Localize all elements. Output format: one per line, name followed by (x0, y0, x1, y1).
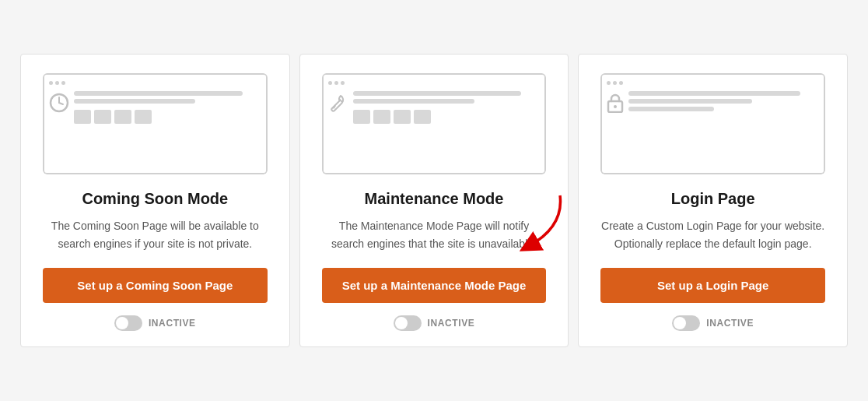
maintenance-footer: INACTIVE (394, 315, 475, 331)
browser-dot (328, 81, 332, 85)
lock-icon (607, 93, 624, 116)
browser-block (394, 110, 411, 124)
browser-dot (341, 81, 345, 85)
coming-soon-button[interactable]: Set up a Coming Soon Page (43, 268, 268, 303)
browser-dot (613, 81, 617, 85)
browser-block (74, 110, 91, 124)
login-status: INACTIVE (706, 318, 754, 329)
maintenance-description: The Maintenance Mode Page will notify se… (322, 217, 547, 252)
browser-dot (61, 81, 65, 85)
login-button[interactable]: Set up a Login Page (600, 268, 825, 303)
maintenance-status: INACTIVE (428, 318, 475, 329)
browser-block (414, 110, 431, 124)
maintenance-card: Maintenance Mode The Maintenance Mode Pa… (299, 54, 569, 347)
login-footer: INACTIVE (672, 315, 754, 331)
login-card: Login Page Create a Custom Login Page fo… (578, 54, 848, 347)
browser-block (353, 110, 370, 124)
coming-soon-description: The Coming Soon Page will be available t… (43, 217, 268, 252)
maintenance-title: Maintenance Mode (365, 190, 504, 208)
coming-soon-toggle[interactable] (114, 315, 142, 331)
login-description: Create a Custom Login Page for your webs… (600, 217, 825, 252)
browser-dot (55, 81, 59, 85)
browser-block (94, 110, 111, 124)
browser-block (373, 110, 390, 124)
browser-block (114, 110, 131, 124)
login-toggle[interactable] (672, 315, 700, 331)
browser-line (628, 91, 800, 96)
maintenance-illustration (322, 73, 547, 174)
browser-line (74, 99, 195, 104)
coming-soon-card: Coming Soon Mode The Coming Soon Page wi… (20, 54, 290, 347)
cards-container: Coming Soon Mode The Coming Soon Page wi… (16, 54, 852, 347)
browser-line (74, 91, 243, 96)
browser-block (135, 110, 152, 124)
svg-point-7 (614, 105, 617, 108)
coming-soon-title: Coming Soon Mode (82, 190, 228, 208)
browser-line (628, 107, 714, 111)
clock-icon (49, 93, 69, 116)
browser-dot (619, 81, 623, 85)
maintenance-button[interactable]: Set up a Maintenance Mode Page (322, 268, 547, 303)
wrench-icon (328, 93, 348, 116)
coming-soon-footer: INACTIVE (114, 315, 196, 331)
browser-line (353, 91, 522, 96)
browser-line (628, 99, 752, 104)
login-illustration (600, 73, 825, 174)
browser-dot (334, 81, 338, 85)
login-title: Login Page (671, 190, 755, 208)
browser-dot (49, 81, 53, 85)
browser-dot (607, 81, 611, 85)
svg-line-2 (59, 103, 63, 104)
browser-line (353, 99, 474, 104)
maintenance-toggle[interactable] (394, 315, 422, 331)
coming-soon-illustration (43, 73, 268, 174)
coming-soon-status: INACTIVE (149, 318, 196, 329)
